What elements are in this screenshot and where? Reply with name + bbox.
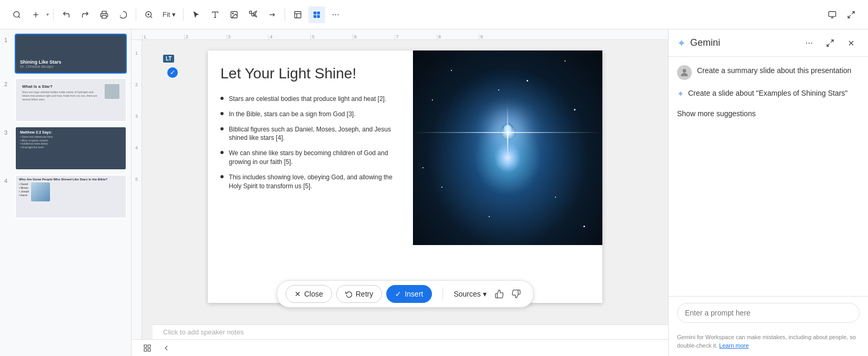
bottom-bar (132, 339, 668, 356)
more-button[interactable] (327, 6, 344, 23)
cursor-button[interactable] (188, 6, 205, 23)
thumb-3-title: Matthew 2:2 Says: (20, 130, 122, 134)
expand-button[interactable] (843, 6, 860, 23)
speaker-notes-text: Click to add speaker notes (163, 328, 244, 336)
gemini-header: ✦ Gemini (669, 29, 868, 57)
svg-line-39 (831, 40, 833, 43)
bullet-item-3: Biblical figures such as Daniel, Moses, … (220, 125, 400, 143)
add-dropdown-icon[interactable]: ▾ (46, 12, 49, 17)
sources-button[interactable]: Sources ▾ (449, 286, 490, 302)
zoom-button[interactable] (140, 6, 157, 23)
bullet-dot-5 (220, 175, 224, 178)
svg-point-43 (683, 69, 687, 73)
text-button[interactable] (207, 6, 224, 23)
line-button[interactable] (264, 6, 280, 23)
bullet-text-5: This includes showing love, obeying God,… (229, 173, 400, 191)
retry-icon (345, 290, 352, 298)
retry-button[interactable]: Retry (336, 285, 382, 303)
search-button[interactable] (8, 6, 25, 23)
thumbnail-1[interactable]: Shining Like Stars Dr. Christine Akuapo (15, 34, 127, 74)
ruler-h-6: 6 (352, 34, 395, 39)
horizontal-ruler: 1 2 3 4 5 6 7 8 9 (132, 29, 668, 40)
thumbnail-item-4[interactable]: 4 Who Are Some People Who Shined Like St… (4, 175, 127, 219)
check-badge: ✓ (167, 67, 178, 78)
thumbnail-item-2[interactable]: 2 What Is a Star? Stars are huge celesti… (4, 78, 127, 122)
sources-label: Sources (453, 290, 480, 298)
thumb-num-1: 1 (4, 37, 12, 43)
slide-content: Let Your Light Shine! Stars are celestia… (208, 50, 602, 303)
print-button[interactable] (96, 6, 113, 23)
slide-right (413, 50, 602, 303)
fit-dropdown-icon: ▾ (172, 11, 176, 18)
bullet-dot-4 (220, 151, 224, 154)
bullet-dot-2 (220, 112, 224, 115)
svg-point-25 (335, 14, 336, 15)
svg-point-0 (14, 12, 19, 17)
svg-rect-4 (102, 15, 106, 18)
slide-left: Let Your Light Shine! Stars are celestia… (208, 50, 413, 303)
canvas-area: 1 2 3 4 5 6 7 8 9 1 2 3 4 5 (132, 29, 668, 356)
svg-rect-32 (144, 345, 147, 348)
ruler-v-3: 3 (135, 114, 138, 145)
speaker-notes[interactable]: Click to add speaker notes (153, 324, 668, 339)
svg-rect-17 (295, 12, 301, 18)
svg-rect-34 (144, 349, 147, 351)
toolbar-sep-2 (136, 8, 136, 21)
redo-button[interactable] (77, 6, 94, 23)
insert-check-icon: ✓ (395, 290, 401, 298)
svg-point-12 (233, 13, 234, 14)
thumbnail-item-3[interactable]: 3 Matthew 2:2 Says: • Some text referenc… (4, 126, 127, 170)
close-label: Close (304, 290, 323, 298)
close-button[interactable]: ✕ Close (286, 285, 332, 303)
add-button[interactable] (27, 6, 44, 23)
insert-button[interactable] (289, 6, 306, 23)
gemini-input[interactable] (677, 303, 860, 323)
gemini-more-button[interactable] (801, 35, 817, 52)
undo-button[interactable] (58, 6, 75, 23)
alt-layout-button[interactable] (308, 6, 325, 23)
thumbs-down-button[interactable] (508, 286, 524, 302)
ruler-h-7: 7 (395, 34, 437, 39)
thumbs-up-button[interactable] (491, 286, 508, 302)
svg-rect-33 (148, 345, 150, 348)
lt-badge: LT (163, 55, 174, 63)
gemini-close-button[interactable] (843, 35, 860, 52)
thumb-num-2: 2 (4, 81, 12, 87)
thumbnail-item-1[interactable]: 1 Shining Like Stars Dr. Christine Akuap… (4, 34, 127, 74)
grid-view-button[interactable] (140, 341, 155, 355)
ruler-h-2: 2 (184, 34, 226, 39)
ruler-h-8: 8 (437, 34, 479, 39)
image-button[interactable] (226, 6, 243, 23)
toolbar-sep-4 (285, 8, 285, 21)
gemini-learn-more-link[interactable]: Learn more (719, 342, 749, 349)
thumbnail-2[interactable]: What Is a Star? Stars are huge celestial… (15, 78, 127, 122)
fit-button[interactable]: Fit ▾ (159, 8, 179, 21)
suggestion-star-icon-1: ✦ (677, 89, 684, 99)
svg-point-36 (806, 43, 807, 44)
gemini-expand-button[interactable] (822, 35, 839, 52)
show-more-label: Show more suggestions (677, 109, 755, 118)
slide-title: Let Your Light Shine! (220, 65, 400, 82)
svg-line-1 (18, 16, 20, 18)
thumbnail-4[interactable]: Who Are Some People Who Shined Like Star… (15, 175, 127, 219)
toolbar-sep-3 (183, 8, 184, 21)
paint-button[interactable] (115, 6, 132, 23)
sources-dropdown-icon: ▾ (483, 290, 487, 298)
insert-button-action[interactable]: ✓ Insert (386, 285, 432, 303)
show-more-suggestions[interactable]: Show more suggestions (677, 107, 860, 120)
bullet-item-1: Stars are celestial bodies that produce … (220, 95, 400, 104)
svg-point-26 (338, 14, 339, 15)
suggestion-1[interactable]: ✦ Create a slide about "Examples of Shin… (677, 88, 860, 99)
ruler-v-4: 4 (135, 145, 138, 177)
svg-point-24 (333, 14, 334, 15)
collapse-panel-button[interactable] (159, 341, 174, 355)
thumbnail-3[interactable]: Matthew 2:2 Says: • Some text references… (15, 126, 127, 170)
gemini-input-area (669, 296, 868, 329)
present-button[interactable] (824, 6, 841, 23)
star-spike-v (507, 106, 508, 169)
shapes-button[interactable] (245, 6, 261, 23)
thumbnails-panel: 1 Shining Like Stars Dr. Christine Akuap… (0, 29, 132, 356)
thumbs-up-icon (494, 289, 504, 299)
thumb-2-body: Stars are huge celestial bodies made mai… (22, 90, 102, 101)
svg-line-40 (827, 44, 830, 46)
